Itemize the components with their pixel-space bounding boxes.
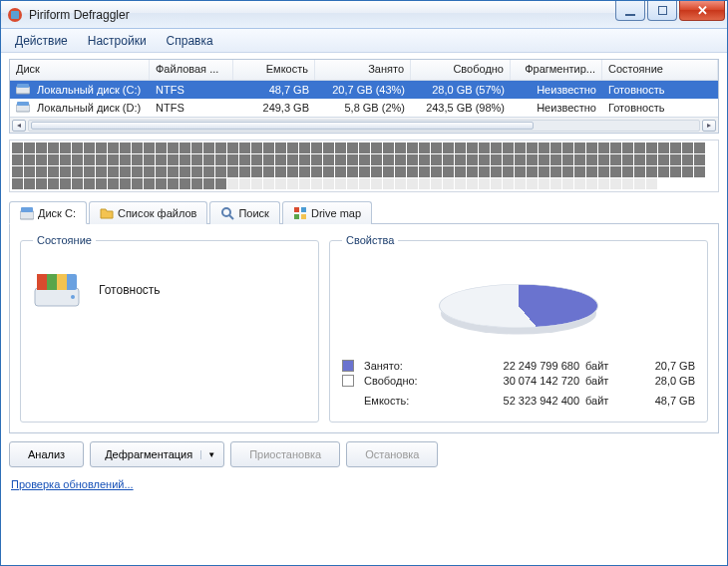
- map-cell[interactable]: [263, 166, 274, 177]
- map-cell[interactable]: [586, 154, 597, 165]
- map-cell[interactable]: [634, 142, 645, 153]
- map-cell[interactable]: [359, 142, 370, 153]
- title-bar[interactable]: Piriform Defraggler ✕: [1, 1, 727, 29]
- map-cell[interactable]: [144, 166, 155, 177]
- map-cell[interactable]: [12, 154, 23, 165]
- map-cell[interactable]: [120, 178, 131, 189]
- map-cell[interactable]: [407, 142, 418, 153]
- map-cell[interactable]: [227, 142, 238, 153]
- map-cell[interactable]: [467, 154, 478, 165]
- map-cell[interactable]: [108, 142, 119, 153]
- map-cell[interactable]: [467, 166, 478, 177]
- map-cell[interactable]: [694, 166, 705, 177]
- map-cell[interactable]: [120, 142, 131, 153]
- map-cell[interactable]: [658, 154, 669, 165]
- map-cell[interactable]: [550, 166, 561, 177]
- map-cell[interactable]: [72, 142, 83, 153]
- map-cell[interactable]: [24, 178, 35, 189]
- map-cell[interactable]: [84, 142, 95, 153]
- map-cell[interactable]: [156, 142, 167, 153]
- map-cell[interactable]: [395, 154, 406, 165]
- map-cell[interactable]: [622, 178, 633, 189]
- map-cell[interactable]: [383, 166, 394, 177]
- maximize-button[interactable]: [647, 1, 677, 21]
- map-cell[interactable]: [515, 166, 526, 177]
- map-cell[interactable]: [36, 142, 47, 153]
- map-cell[interactable]: [347, 166, 358, 177]
- map-cell[interactable]: [156, 154, 167, 165]
- col-free[interactable]: Свободно: [411, 60, 511, 80]
- map-cell[interactable]: [539, 166, 549, 177]
- map-cell[interactable]: [180, 166, 190, 177]
- map-cell[interactable]: [84, 166, 95, 177]
- map-cell[interactable]: [383, 142, 394, 153]
- map-cell[interactable]: [503, 178, 514, 189]
- map-cell[interactable]: [515, 154, 526, 165]
- map-cell[interactable]: [527, 166, 538, 177]
- map-cell[interactable]: [550, 142, 561, 153]
- map-cell[interactable]: [562, 178, 573, 189]
- map-cell[interactable]: [108, 154, 119, 165]
- map-cell[interactable]: [431, 178, 442, 189]
- map-cell[interactable]: [622, 166, 633, 177]
- map-cell[interactable]: [72, 178, 83, 189]
- scroll-thumb[interactable]: [31, 122, 534, 130]
- map-cell[interactable]: [299, 166, 310, 177]
- map-cell[interactable]: [311, 142, 322, 153]
- map-cell[interactable]: [419, 142, 430, 153]
- map-cell[interactable]: [515, 142, 526, 153]
- map-cell[interactable]: [120, 154, 131, 165]
- map-cell[interactable]: [479, 154, 490, 165]
- map-cell[interactable]: [598, 166, 609, 177]
- map-cell[interactable]: [96, 166, 107, 177]
- table-row[interactable]: Локальный диск (D:) NTFS 249,3 GB 5,8 GB…: [10, 99, 718, 117]
- map-cell[interactable]: [144, 178, 155, 189]
- map-cell[interactable]: [347, 142, 358, 153]
- map-cell[interactable]: [132, 166, 143, 177]
- map-cell[interactable]: [180, 142, 190, 153]
- minimize-button[interactable]: [615, 1, 645, 21]
- map-cell[interactable]: [275, 166, 286, 177]
- map-cell[interactable]: [60, 178, 71, 189]
- map-cell[interactable]: [203, 166, 214, 177]
- col-disk[interactable]: Диск: [10, 60, 150, 80]
- col-used[interactable]: Занято: [315, 60, 411, 80]
- map-cell[interactable]: [598, 142, 609, 153]
- map-cell[interactable]: [48, 178, 59, 189]
- map-cell[interactable]: [562, 166, 573, 177]
- map-cell[interactable]: [299, 178, 310, 189]
- map-cell[interactable]: [24, 142, 35, 153]
- map-cell[interactable]: [407, 166, 418, 177]
- map-cell[interactable]: [203, 178, 214, 189]
- map-cell[interactable]: [144, 154, 155, 165]
- map-cell[interactable]: [694, 154, 705, 165]
- map-cell[interactable]: [215, 142, 226, 153]
- map-cell[interactable]: [586, 142, 597, 153]
- check-updates-link[interactable]: Проверка обновлений...: [11, 478, 134, 490]
- map-cell[interactable]: [323, 142, 334, 153]
- map-cell[interactable]: [24, 166, 35, 177]
- map-cell[interactable]: [12, 142, 23, 153]
- map-cell[interactable]: [132, 142, 143, 153]
- map-cell[interactable]: [132, 178, 143, 189]
- map-cell[interactable]: [168, 154, 179, 165]
- map-cell[interactable]: [419, 154, 430, 165]
- map-cell[interactable]: [239, 142, 250, 153]
- map-cell[interactable]: [634, 178, 645, 189]
- map-cell[interactable]: [539, 178, 549, 189]
- map-cell[interactable]: [634, 166, 645, 177]
- map-cell[interactable]: [84, 178, 95, 189]
- map-cell[interactable]: [287, 142, 298, 153]
- map-cell[interactable]: [491, 154, 502, 165]
- map-cell[interactable]: [299, 142, 310, 153]
- col-capacity[interactable]: Емкость: [233, 60, 315, 80]
- map-cell[interactable]: [347, 154, 358, 165]
- map-cell[interactable]: [168, 166, 179, 177]
- map-cell[interactable]: [335, 178, 346, 189]
- map-cell[interactable]: [48, 154, 59, 165]
- map-cell[interactable]: [610, 178, 621, 189]
- map-cell[interactable]: [24, 154, 35, 165]
- map-cell[interactable]: [84, 154, 95, 165]
- map-cell[interactable]: [407, 178, 418, 189]
- map-cell[interactable]: [299, 154, 310, 165]
